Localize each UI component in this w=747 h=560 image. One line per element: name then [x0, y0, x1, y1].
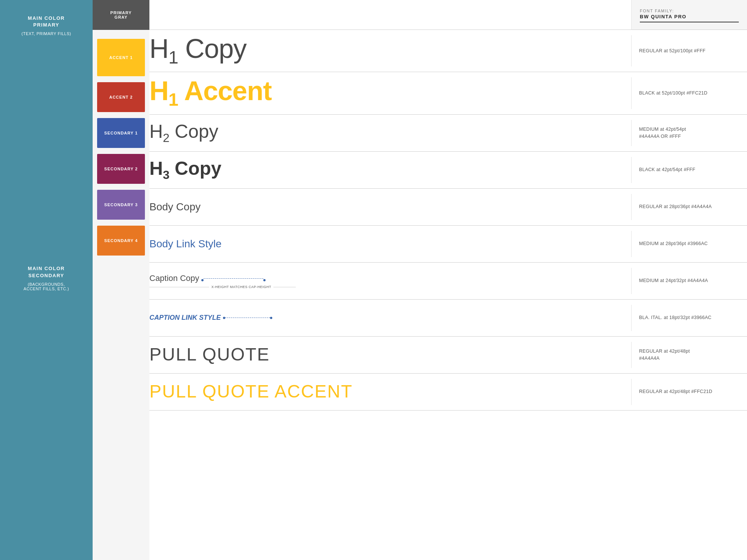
dot-marker-caption-link-end — [270, 317, 272, 319]
caption-link-row: CAPTION LINK STYLE — [149, 313, 624, 322]
type-row-body-copy: Body Copy REGULAR at 28pt/36pt #4A4A4A — [149, 189, 747, 226]
caption-annotation: Caption Copy X-HEIGHT MATCHES CAP-HEIGHT — [149, 273, 624, 289]
dot-marker-right — [263, 279, 266, 281]
x-height-label: X-HEIGHT MATCHES CAP-HEIGHT — [211, 285, 271, 289]
xheight-row: X-HEIGHT MATCHES CAP-HEIGHT — [149, 285, 624, 289]
h3-copy-text: H3 Copy — [149, 158, 624, 182]
h1-accent-text: H1 Accent — [149, 77, 624, 109]
swatch-secondary1-label: SECONDARY 1 — [104, 131, 138, 135]
line-left — [149, 287, 209, 287]
main-content: FONT FAMILY: BW QUINTA PRO H1 Copy REGUL… — [149, 0, 747, 560]
dotted-line-top — [204, 278, 263, 279]
type-row-caption-link: CAPTION LINK STYLE BLA. ITAL. at 18pt/32… — [149, 300, 747, 337]
type-row-body-link: Body Link Style MEDIUM at 28pt/36pt #396… — [149, 226, 747, 263]
swatch-accent1: ACCENT 1 — [97, 39, 145, 76]
swatch-secondary4: SECONDARY 4 — [97, 226, 145, 256]
line-right — [273, 287, 296, 287]
type-spec-body-link: MEDIUM at 28pt/36pt #3966AC — [631, 231, 747, 257]
main-color-primary-sub: (TEXT, PRIMARY FILLS) — [7, 31, 85, 36]
caption-row1: Caption Copy — [149, 273, 624, 284]
type-sample-body-link: Body Link Style — [149, 231, 631, 257]
type-row-h1-accent: H1 Accent BLACK at 52pt/100pt #FFC21D — [149, 72, 747, 114]
type-sample-pull-quote: PULL QUOTE — [149, 342, 631, 368]
type-spec-caption-link: BLA. ITAL. at 18pt/32pt #3966AC — [631, 305, 747, 331]
type-row-h1-copy: H1 Copy REGULAR at 52pt/100pt #FFF — [149, 30, 747, 72]
header-row: FONT FAMILY: BW QUINTA PRO — [149, 0, 747, 30]
swatch-accent2-label: ACCENT 2 — [109, 95, 133, 99]
font-family-label: FONT FAMILY: — [640, 9, 739, 13]
type-spec-caption-copy: MEDIUM at 24pt/32pt #4A4A4A — [631, 268, 747, 294]
swatch-secondary2: SECONDARY 2 — [97, 154, 145, 184]
type-sample-caption-copy: Caption Copy X-HEIGHT MATCHES CAP-HEIGHT — [149, 268, 631, 294]
swatch-secondary3: SECONDARY 3 — [97, 190, 145, 220]
type-spec-pull-quote-accent: REGULAR at 42pt/48pt #FFC21D — [631, 379, 747, 405]
type-row-pull-quote: PULL QUOTE REGULAR at 42pt/48pt #4A4A4A — [149, 337, 747, 374]
font-family-header: FONT FAMILY: BW QUINTA PRO — [631, 0, 747, 30]
body-copy-text: Body Copy — [149, 200, 624, 214]
type-sample-caption-link: CAPTION LINK STYLE — [149, 305, 631, 331]
swatch-secondary4-label: SECONDARY 4 — [104, 238, 138, 243]
type-sample-pull-quote-accent: PULL QUOTE ACCENT — [149, 379, 631, 405]
type-spec-h2-copy: MEDIUM at 42pt/54pt #4A4A4A OR #FFF — [631, 120, 747, 146]
type-spec-body-copy: REGULAR at 28pt/36pt #4A4A4A — [631, 194, 747, 220]
left-sidebar: MAIN COLOR PRIMARY (TEXT, PRIMARY FILLS)… — [0, 0, 93, 560]
type-sample-h3-copy: H3 Copy — [149, 157, 631, 183]
swatch-secondary1: SECONDARY 1 — [97, 118, 145, 148]
type-sample-h2-copy: H2 Copy — [149, 120, 631, 146]
type-row-caption-copy: Caption Copy X-HEIGHT MATCHES CAP-HEIGHT… — [149, 263, 747, 300]
swatch-primary-gray-label: PRIMARY GRAY — [110, 10, 131, 19]
font-family-value: BW QUINTA PRO — [640, 14, 739, 22]
dotted-line-caption-link — [225, 318, 270, 318]
type-spec-h3-copy: BLACK at 42pt/54pt #FFF — [631, 157, 747, 183]
caption-link-text: CAPTION LINK STYLE — [149, 313, 221, 322]
main-color-secondary-label: MAIN COLOR SECONDARY — [7, 265, 85, 279]
swatch-accent1-label: ACCENT 1 — [109, 55, 133, 60]
type-spec-h1-accent: BLACK at 52pt/100pt #FFC21D — [631, 77, 747, 109]
caption-copy-text: Caption Copy — [149, 273, 199, 284]
type-sample-h1-copy: H1 Copy — [149, 35, 631, 66]
swatch-secondary2-label: SECONDARY 2 — [104, 167, 138, 171]
pull-quote-text: PULL QUOTE — [149, 345, 624, 365]
header-type-spacer — [149, 0, 631, 30]
body-link-text: Body Link Style — [149, 237, 624, 251]
swatch-accent2: ACCENT 2 — [97, 82, 145, 112]
type-spec-h1-copy: REGULAR at 52pt/100pt #FFF — [631, 35, 747, 66]
type-row-h3-copy: H3 Copy BLACK at 42pt/54pt #FFF — [149, 152, 747, 189]
h2-copy-text: H2 Copy — [149, 121, 624, 145]
dot-marker-top — [201, 279, 204, 281]
swatch-secondary3-label: SECONDARY 3 — [104, 202, 138, 207]
main-color-primary-label: MAIN COLOR PRIMARY — [7, 15, 85, 28]
main-color-secondary-sub: (BACKGROUNDS, ACCENT FILLS, ETC.) — [7, 282, 85, 291]
swatch-primary-gray: PRIMARY GRAY — [93, 0, 149, 30]
h1-copy-text: H1 Copy — [149, 35, 624, 66]
type-sample-body-copy: Body Copy — [149, 194, 631, 220]
type-row-h2-copy: H2 Copy MEDIUM at 42pt/54pt #4A4A4A OR #… — [149, 115, 747, 152]
type-row-pull-quote-accent: PULL QUOTE ACCENT REGULAR at 42pt/48pt #… — [149, 374, 747, 411]
swatches-column: PRIMARY GRAY ACCENT 1 ACCENT 2 SECONDARY… — [93, 0, 149, 560]
pull-quote-accent-text: PULL QUOTE ACCENT — [149, 382, 624, 402]
type-spec-pull-quote: REGULAR at 42pt/48pt #4A4A4A — [631, 342, 747, 368]
type-sample-h1-accent: H1 Accent — [149, 77, 631, 109]
